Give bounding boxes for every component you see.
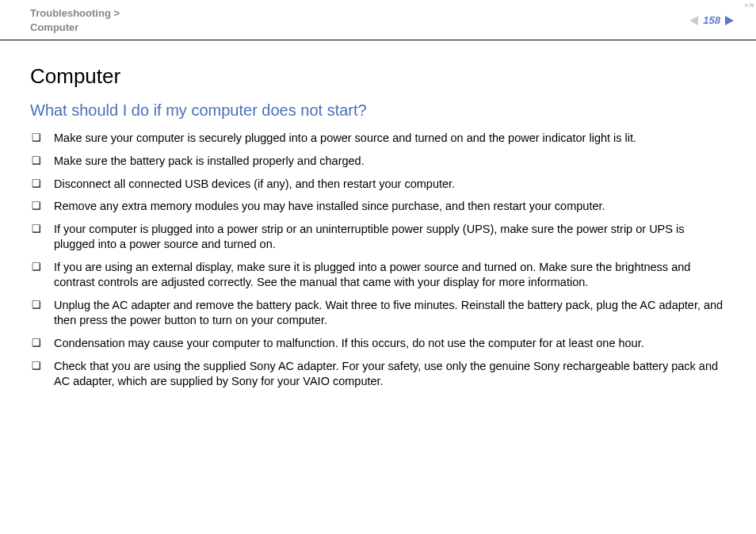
section-title: Computer [30,64,726,89]
breadcrumb-line2: Computer [30,21,120,35]
list-item: ❑ Make sure the battery pack is installe… [30,154,726,170]
bullet-text: Make sure your computer is securely plug… [54,131,726,147]
bullet-icon: ❑ [32,359,41,373]
bullet-icon: ❑ [32,260,41,274]
page-header: Troubleshooting > Computer 158 [0,0,756,40]
corner-mark: n N [745,2,754,8]
list-item: ❑ Unplug the AC adapter and remove the b… [30,298,726,329]
bullet-text: If you are using an external display, ma… [54,260,726,291]
bullet-icon: ❑ [32,199,41,213]
breadcrumb-line1: Troubleshooting > [30,6,120,21]
page-content: Computer What should I do if my computer… [0,40,756,412]
question-heading: What should I do if my computer does not… [30,101,726,120]
list-item: ❑ If you are using an external display, … [30,260,726,291]
list-item: ❑ Condensation may cause your computer t… [30,336,726,352]
bullet-list: ❑ Make sure your computer is securely pl… [30,131,726,389]
page-number: 158 [703,14,720,26]
bullet-icon: ❑ [32,298,41,312]
bullet-text: Disconnect all connected USB devices (if… [54,177,726,193]
bullet-text: Unplug the AC adapter and remove the bat… [54,298,726,329]
next-page-arrow-icon[interactable] [725,16,734,25]
bullet-icon: ❑ [32,222,41,236]
list-item: ❑ Make sure your computer is securely pl… [30,131,726,147]
page-nav: 158 [689,14,734,26]
bullet-icon: ❑ [32,154,41,168]
list-item: ❑ If your computer is plugged into a pow… [30,222,726,253]
list-item: ❑ Check that you are using the supplied … [30,359,726,390]
breadcrumb: Troubleshooting > Computer [30,6,120,35]
bullet-text: Condensation may cause your computer to … [54,336,726,352]
bullet-icon: ❑ [32,177,41,191]
bullet-text: Check that you are using the supplied So… [54,359,726,390]
bullet-text: If your computer is plugged into a power… [54,222,726,253]
bullet-text: Make sure the battery pack is installed … [54,154,726,170]
bullet-icon: ❑ [32,131,41,145]
bullet-text: Remove any extra memory modules you may … [54,199,726,215]
list-item: ❑ Remove any extra memory modules you ma… [30,199,726,215]
bullet-icon: ❑ [32,336,41,350]
prev-page-arrow-icon[interactable] [689,16,698,25]
list-item: ❑ Disconnect all connected USB devices (… [30,177,726,193]
